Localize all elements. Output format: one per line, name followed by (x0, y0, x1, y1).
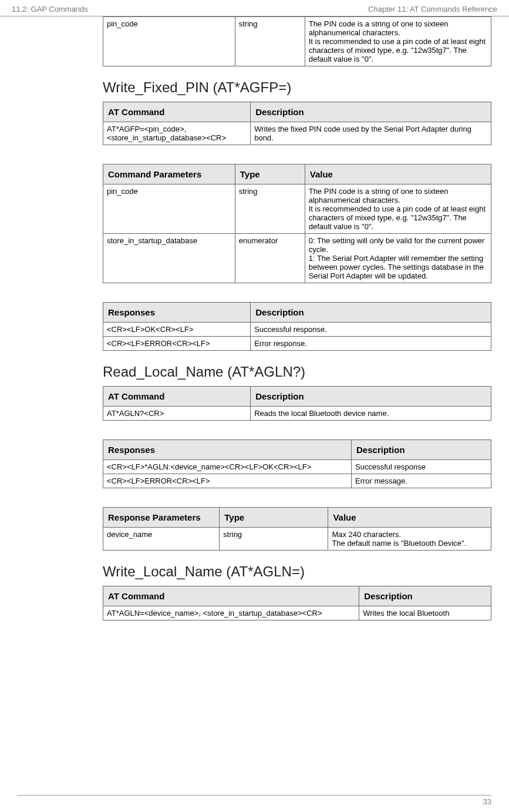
cell-description: Successful response. (251, 323, 491, 337)
cell-description: Error response. (251, 337, 491, 351)
header-right: Chapter 11: AT Commands Reference (368, 5, 497, 14)
page-body: pin_code string The PIN code is a string… (0, 16, 509, 620)
th-command-parameters: Command Parameters (103, 165, 235, 184)
at-command-table: AT Command Description AT*AGLN?<CR> Read… (103, 386, 491, 421)
top-param-table: pin_code string The PIN code is a string… (103, 16, 491, 66)
cell-param-value: Max 240 characters. The default name is … (328, 528, 491, 551)
table-row: pin_code string The PIN code is a string… (103, 17, 491, 66)
table-row: <CR><LF>*AGLN:<device_name><CR><LF>OK<CR… (103, 460, 491, 474)
responses-table: Responses Description <CR><LF>*AGLN:<dev… (103, 439, 491, 488)
table-header-row: Response Parameters Type Value (103, 508, 491, 528)
cell-param-type: enumerator (235, 234, 305, 283)
cell-param-type: string (235, 184, 305, 234)
cell-response: <CR><LF>*AGLN:<device_name><CR><LF>OK<CR… (103, 460, 352, 474)
table-row: device_name string Max 240 characters. T… (103, 528, 491, 551)
cell-response: <CR><LF>ERROR<CR><LF> (103, 474, 352, 488)
cell-param-value: 0: The setting will only be valid for th… (305, 234, 491, 283)
cell-param-name: pin_code (103, 184, 235, 234)
cell-description: Writes the local Bluetooth (359, 606, 491, 620)
cell-description: Error message. (352, 474, 491, 488)
th-at-command: AT Command (103, 387, 251, 407)
section-title-write-fixed-pin: Write_Fixed_PIN (AT*AGFP=) (103, 79, 491, 96)
response-parameters-table: Response Parameters Type Value device_na… (103, 507, 491, 551)
th-type: Type (220, 508, 328, 528)
cell-param-value: The PIN code is a string of one to sixte… (305, 184, 491, 234)
responses-table: Responses Description <CR><LF>OK<CR><LF>… (103, 302, 491, 351)
header-left: 11.2: GAP Commands (12, 5, 88, 14)
table-header-row: Command Parameters Type Value (103, 165, 491, 184)
cell-param-type: string (220, 528, 328, 551)
cell-at-command: AT*AGFP=<pin_code>, <store_in_startup_da… (103, 122, 251, 145)
table-row: AT*AGFP=<pin_code>, <store_in_startup_da… (103, 122, 491, 145)
cell-param-name: store_in_startup_database (103, 234, 235, 283)
cell-param-type: string (235, 17, 305, 66)
th-value: Value (305, 165, 491, 184)
cell-description: Writes the fixed PIN code used by the Se… (251, 122, 491, 145)
table-row: AT*AGLN=<device_name>, <store_in_startup… (103, 606, 491, 620)
table-header-row: AT Command Description (103, 387, 491, 407)
cell-at-command: AT*AGLN?<CR> (103, 407, 251, 421)
page-footer: 33 (18, 795, 491, 806)
th-description: Description (251, 102, 491, 122)
th-response-parameters: Response Parameters (103, 508, 220, 528)
th-description: Description (251, 303, 491, 323)
page-number: 33 (483, 797, 491, 806)
th-at-command: AT Command (103, 102, 251, 122)
th-type: Type (235, 165, 305, 184)
command-parameters-table: Command Parameters Type Value pin_code s… (103, 164, 491, 283)
cell-response: <CR><LF>ERROR<CR><LF> (103, 337, 251, 351)
section-title-read-local-name: Read_Local_Name (AT*AGLN?) (103, 364, 491, 380)
cell-description: Reads the local Bluetooth device name. (251, 407, 491, 421)
section-title-write-local-name: Write_Local_Name (AT*AGLN=) (103, 563, 491, 580)
table-header-row: AT Command Description (103, 586, 491, 606)
table-row: <CR><LF>ERROR<CR><LF> Error response. (103, 337, 491, 351)
page-header: 11.2: GAP Commands Chapter 11: AT Comman… (0, 0, 509, 16)
cell-param-name: pin_code (103, 17, 235, 66)
cell-description: Successful response (352, 460, 491, 474)
cell-response: <CR><LF>OK<CR><LF> (103, 323, 251, 337)
th-at-command: AT Command (103, 586, 359, 606)
table-row: AT*AGLN?<CR> Reads the local Bluetooth d… (103, 407, 491, 421)
cell-param-value: The PIN code is a string of one to sixte… (305, 17, 491, 66)
table-row: pin_code string The PIN code is a string… (103, 184, 491, 234)
table-header-row: Responses Description (103, 440, 491, 460)
th-responses: Responses (103, 440, 352, 460)
table-header-row: AT Command Description (103, 102, 491, 122)
table-row: <CR><LF>ERROR<CR><LF> Error message. (103, 474, 491, 488)
table-row: <CR><LF>OK<CR><LF> Successful response. (103, 323, 491, 337)
table-header-row: Responses Description (103, 303, 491, 323)
cell-param-name: device_name (103, 528, 220, 551)
at-command-table: AT Command Description AT*AGFP=<pin_code… (103, 102, 491, 145)
cell-at-command: AT*AGLN=<device_name>, <store_in_startup… (103, 606, 359, 620)
th-description: Description (251, 387, 491, 407)
th-responses: Responses (103, 303, 251, 323)
table-row: store_in_startup_database enumerator 0: … (103, 234, 491, 283)
th-value: Value (328, 508, 491, 528)
at-command-table: AT Command Description AT*AGLN=<device_n… (103, 586, 491, 620)
th-description: Description (359, 586, 491, 606)
th-description: Description (352, 440, 491, 460)
